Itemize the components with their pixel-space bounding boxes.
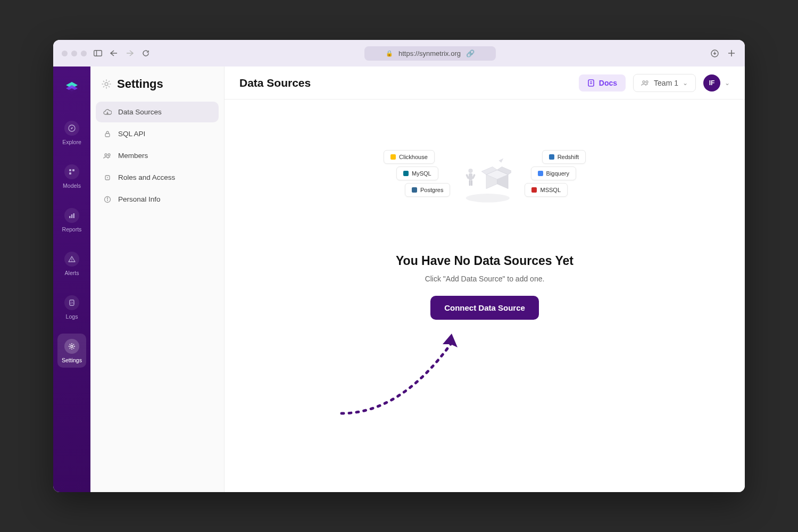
svg-point-20 — [105, 154, 107, 156]
svg-point-37 — [468, 169, 472, 173]
lock-icon — [103, 130, 112, 138]
settings-item-data-sources[interactable]: Data Sources — [96, 102, 219, 122]
svg-text:LOG: LOG — [69, 302, 74, 304]
svg-point-31 — [466, 194, 510, 202]
svg-point-18 — [105, 82, 108, 86]
box-illustration — [458, 153, 511, 206]
content-area: Clickhouse MySQL Postgres Redshift Bigqu… — [225, 99, 745, 492]
svg-point-29 — [643, 81, 645, 83]
svg-rect-11 — [71, 214, 73, 218]
avatar: IF — [703, 74, 720, 92]
svg-point-25 — [107, 197, 107, 198]
nav-label: Reports — [62, 226, 82, 232]
nav-label: Models — [63, 182, 81, 189]
reload-icon[interactable] — [141, 48, 151, 58]
nav-reports[interactable]: Reports — [57, 203, 86, 237]
settings-item-label: Personal Info — [118, 195, 161, 203]
settings-panel: Settings Data Sources SQL API Members R — [90, 66, 225, 492]
svg-rect-19 — [105, 134, 110, 137]
db-chip-redshift: Redshift — [542, 150, 586, 164]
svg-point-17 — [71, 345, 73, 347]
svg-rect-0 — [94, 51, 102, 56]
svg-rect-9 — [69, 172, 71, 174]
nav-label: Alerts — [65, 270, 79, 276]
svg-marker-5 — [66, 88, 78, 95]
svg-rect-38 — [469, 173, 472, 180]
decorative-arrow — [336, 328, 475, 424]
nav-label: Explore — [62, 139, 81, 145]
db-chip-postgres: Postgres — [405, 183, 450, 197]
gear-icon — [101, 79, 112, 89]
settings-item-members[interactable]: Members — [96, 145, 219, 166]
db-chip-mysql: MySQL — [396, 167, 438, 180]
empty-state-sub: Click "Add Data Source" to add one. — [425, 275, 545, 283]
downloads-icon[interactable] — [710, 48, 719, 58]
db-chip-clickhouse: Clickhouse — [384, 150, 435, 164]
nav-logs[interactable]: LOG Logs — [57, 290, 86, 324]
team-select[interactable]: Team 1 ⌄ — [633, 74, 696, 92]
svg-rect-42 — [471, 180, 472, 186]
topbar: Data Sources Docs Team 1 ⌄ IF ⌄ — [225, 66, 745, 99]
svg-rect-8 — [72, 169, 74, 171]
nav-back-icon[interactable] — [109, 48, 119, 58]
settings-item-label: Members — [118, 152, 148, 160]
chevron-down-icon: ⌄ — [725, 79, 730, 87]
main-content: Data Sources Docs Team 1 ⌄ IF ⌄ — [225, 66, 745, 492]
svg-point-30 — [646, 81, 648, 83]
log-icon: LOG — [64, 295, 79, 310]
lock-icon: 🔒 — [386, 50, 393, 57]
settings-item-sql-api[interactable]: SQL API — [96, 123, 219, 144]
key-icon — [103, 174, 112, 181]
nav-label: Logs — [66, 313, 78, 320]
svg-rect-10 — [69, 216, 71, 218]
models-icon — [64, 164, 79, 179]
settings-item-label: SQL API — [118, 130, 145, 138]
app-logo[interactable] — [63, 79, 80, 96]
people-icon — [103, 152, 112, 160]
svg-rect-7 — [69, 169, 71, 171]
settings-item-label: Roles and Access — [118, 173, 175, 181]
settings-item-personal[interactable]: Personal Info — [96, 189, 219, 210]
settings-list: Data Sources SQL API Members Roles and A… — [96, 102, 219, 210]
svg-rect-26 — [588, 80, 594, 86]
svg-point-14 — [71, 261, 72, 261]
docs-label: Docs — [599, 79, 617, 87]
sidebar-toggle-icon[interactable] — [93, 48, 103, 58]
empty-state-illustration: Clickhouse MySQL Postgres Redshift Bigqu… — [389, 131, 580, 227]
sidebar-main: Explore Models Reports Alerts — [53, 66, 90, 492]
new-tab-icon[interactable] — [727, 48, 736, 58]
db-chip-bigquery: Bigquery — [531, 167, 576, 180]
compass-icon — [64, 121, 79, 136]
settings-header: Settings — [96, 77, 219, 102]
info-icon — [103, 196, 112, 203]
settings-item-label: Data Sources — [118, 108, 162, 116]
settings-item-roles[interactable]: Roles and Access — [96, 167, 219, 188]
traffic-lights[interactable] — [62, 51, 87, 56]
url-text: https://synmetrix.org — [398, 49, 461, 57]
page-title: Data Sources — [239, 77, 311, 89]
nav-models[interactable]: Models — [57, 159, 86, 193]
nav-explore[interactable]: Explore — [57, 115, 86, 149]
chevron-down-icon: ⌄ — [683, 79, 688, 87]
people-icon — [641, 79, 650, 87]
nav-forward-icon[interactable] — [125, 48, 135, 58]
url-bar[interactable]: 🔒 https://synmetrix.org 🔗 — [157, 46, 703, 61]
chart-icon — [64, 208, 79, 223]
doc-icon — [587, 79, 595, 87]
user-menu[interactable]: IF ⌄ — [703, 74, 730, 92]
link-icon: 🔗 — [466, 49, 475, 57]
settings-title: Settings — [117, 77, 163, 91]
browser-window: 🔒 https://synmetrix.org 🔗 Explore — [53, 40, 745, 492]
app-body: Explore Models Reports Alerts — [53, 66, 745, 492]
team-label: Team 1 — [654, 79, 678, 87]
docs-button[interactable]: Docs — [579, 74, 626, 92]
nav-label: Settings — [62, 357, 82, 363]
cloud-icon — [103, 109, 112, 115]
nav-settings[interactable]: Settings — [57, 334, 86, 368]
connect-data-source-button[interactable]: Connect Data Source — [430, 296, 539, 320]
svg-rect-12 — [73, 213, 75, 218]
alert-icon — [64, 252, 79, 267]
nav-alerts[interactable]: Alerts — [57, 246, 86, 280]
db-chip-mssql: MSSQL — [525, 183, 568, 197]
empty-state-heading: You Have No Data Sources Yet — [396, 254, 573, 268]
